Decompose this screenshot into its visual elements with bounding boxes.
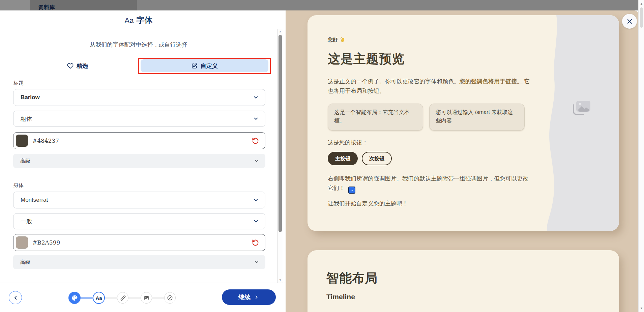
heading-advanced-label: 高级 [20, 158, 30, 164]
tab-featured[interactable]: 精选 [20, 59, 135, 72]
check-circle-icon [167, 295, 173, 301]
tab-custom-label: 自定义 [201, 62, 218, 70]
image-placeholder-icon [572, 100, 591, 116]
chevron-down-icon [253, 94, 259, 101]
heading-color-value[interactable]: #484237 [32, 137, 59, 144]
primary-button-sample[interactable]: 主按钮 [328, 152, 358, 165]
scroll-down-icon[interactable]: ▼ [639, 307, 644, 310]
heading-advanced-toggle[interactable]: 高级 [13, 154, 265, 168]
heading-font-value: Barlow [21, 94, 40, 101]
preview-card-intro: 您好 这是主题预览 这是正文的一个例子。你可以更改它的字体和颜色。您的强调色将用… [308, 15, 619, 231]
scroll-down-icon[interactable]: ▼ [277, 279, 283, 282]
smart-layouts-content: 智能布局 Timeline [326, 250, 603, 301]
step-connector [152, 297, 164, 299]
backdrop-tab-label: 资料库 [38, 4, 55, 10]
scroll-up-icon[interactable]: ▲ [639, 2, 644, 5]
palette-icon [71, 295, 78, 301]
theme-setup-modal: Aa字体 从我们的字体配对中选择，或自行选择 精选 自定义 标题 Barlow [0, 10, 638, 312]
backdrop-app-header: 资料库 [0, 0, 638, 10]
smart-layout-row: 这是一个智能布局：它充当文本框。 您可以通过输入 /smart 来获取这些内容 [328, 104, 533, 131]
preview-card-content: 您好 这是主题预览 这是正文的一个例子。你可以更改它的字体和颜色。您的强调色将用… [328, 15, 533, 208]
body-color-field[interactable]: #B2A599 [13, 234, 265, 251]
chevron-down-icon [254, 158, 259, 164]
step-images[interactable] [141, 292, 152, 304]
body-weight-select[interactable]: 一般 [13, 213, 265, 229]
heading-weight-value: 粗体 [21, 115, 32, 123]
panel-scrollbar[interactable]: ▲ ▼ [277, 29, 283, 283]
preview-heading: 这是主题预览 [328, 51, 533, 67]
preview-paragraph-3: 让我们开始自定义您的主题吧！ [328, 199, 533, 208]
chevron-right-icon [254, 294, 259, 300]
step-fonts[interactable]: Aa [93, 292, 105, 304]
brush-icon [120, 295, 126, 301]
accent-link[interactable]: 您的强调色将用于链接。 [460, 78, 523, 85]
reset-icon[interactable] [252, 239, 259, 246]
accent-image-area [543, 15, 619, 231]
greeting-text: 您好 [328, 37, 338, 43]
tab-featured-label: 精选 [77, 62, 88, 70]
body-font-value: Montserrat [21, 197, 48, 203]
page-scrollbar[interactable]: ▲ ▼ [638, 0, 644, 312]
body-section-label: 身体 [13, 182, 24, 189]
body-font-select[interactable]: Montserrat [13, 192, 265, 208]
aa-glyph: Aa [125, 16, 134, 25]
chevron-down-icon [254, 259, 259, 265]
wizard-stepper: Aa [68, 291, 176, 305]
theme-preview-panel: 您好 这是主题预览 这是正文的一个例子。你可以更改它的字体和颜色。您的强调色将用… [286, 10, 638, 312]
preview-card-smart-layouts: 智能布局 Timeline 1 2 3 [308, 250, 619, 312]
close-button[interactable] [622, 14, 637, 29]
panel-subtitle: 从我们的字体配对中选择，或自行选择 [0, 41, 277, 49]
body-color-swatch[interactable] [16, 236, 28, 249]
heading-weight-select[interactable]: 粗体 [13, 111, 265, 127]
heading-color-field[interactable]: #484237 [13, 132, 265, 149]
greeting-row: 您好 [328, 37, 533, 43]
body-advanced-toggle[interactable]: 高级 [13, 255, 265, 269]
reset-icon[interactable] [252, 137, 259, 144]
smart-layout-box-1: 这是一个智能布局：它充当文本框。 [328, 104, 423, 131]
step-style[interactable] [117, 292, 128, 304]
arrow-right-icon: → [348, 187, 355, 194]
continue-label: 继续 [238, 293, 251, 301]
body-weight-value: 一般 [21, 218, 32, 225]
tab-custom[interactable]: 自定义 [141, 59, 268, 72]
step-colors[interactable] [68, 292, 81, 304]
wizard-footer: Aa 继续 [0, 283, 286, 312]
buttons-label: 这是您的按钮： [328, 139, 533, 146]
backdrop-tab-library: 资料库 [30, 0, 137, 10]
preview-buttons-row: 主按钮 次按钮 [328, 152, 533, 165]
close-icon [626, 18, 633, 25]
body-advanced-label: 高级 [20, 259, 30, 265]
heading-section-label: 标题 [13, 80, 24, 86]
backdrop-sliver [0, 0, 30, 10]
scroll-up-icon[interactable]: ▲ [277, 30, 283, 33]
preview-paragraph-2: 右侧即我们所谓的强调图片。我们的默认主题附带一组强调图片，但您可以更改它们！→ [328, 174, 533, 194]
chevron-down-icon [253, 218, 259, 224]
secondary-button-sample[interactable]: 次按钮 [362, 152, 392, 165]
step-connector [105, 297, 117, 299]
chevron-left-icon [12, 295, 19, 301]
screen: 资料库 ▲ ▼ Aa字体 从我们的字体配对中选择，或自行选择 精选 [0, 0, 644, 312]
waving-hand-icon [340, 37, 346, 43]
step-connector [128, 297, 141, 299]
continue-button[interactable]: 继续 [222, 289, 276, 305]
page-scrollbar-thumb[interactable] [640, 7, 643, 28]
heart-icon [67, 63, 74, 69]
smart-layouts-heading: 智能布局 [326, 270, 603, 287]
step-connector [81, 297, 93, 299]
panel-title: Aa字体 [0, 15, 277, 26]
back-button[interactable] [9, 291, 22, 304]
chevron-down-icon [253, 116, 259, 122]
heading-font-select[interactable]: Barlow [13, 89, 265, 106]
timeline-subheading: Timeline [326, 293, 603, 301]
font-settings-panel: Aa字体 从我们的字体配对中选择，或自行选择 精选 自定义 标题 Barlow [0, 10, 286, 312]
smart-layout-box-2: 您可以通过输入 /smart 来获取这些内容 [429, 104, 525, 131]
chevron-down-icon [253, 197, 259, 203]
heading-color-swatch[interactable] [16, 135, 28, 147]
step-fonts-label: Aa [95, 295, 102, 301]
panel-scrollbar-thumb[interactable] [279, 35, 282, 232]
edit-icon [191, 63, 198, 69]
image-icon [144, 295, 149, 301]
body-color-value[interactable]: #B2A599 [32, 239, 60, 246]
preview-paragraph-1: 这是正文的一个例子。你可以更改它的字体和颜色。您的强调色将用于链接。 它也将用于… [328, 77, 533, 95]
step-done[interactable] [164, 292, 176, 304]
